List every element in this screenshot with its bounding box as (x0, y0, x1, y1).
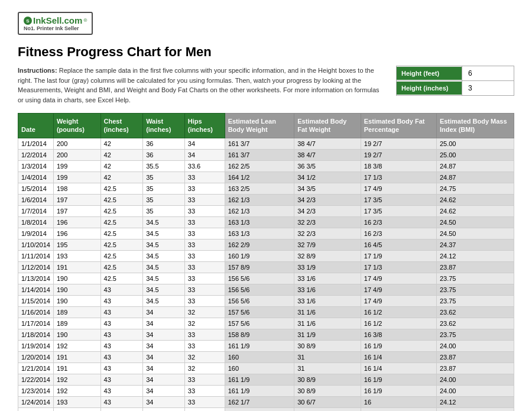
table-cell: 34 (184, 149, 225, 160)
table-cell: 42.5 (100, 194, 143, 205)
table-cell: 43 (100, 329, 143, 340)
table-cell: 32 (184, 306, 225, 318)
table-row: 1/9/201419642.534.533163 1/332 2/316 2/3… (18, 228, 514, 239)
table-cell: 1/3/2014 (18, 160, 54, 171)
table-cell: 43 (100, 318, 143, 329)
table-cell: 16 1/4 (361, 363, 436, 374)
table-cell: 1/15/2014 (18, 295, 54, 306)
table-cell: 34 1/2 (294, 171, 361, 183)
table-cell: 1/20/2014 (18, 351, 54, 363)
page-title: Fitness Progress Chart for Men (18, 44, 514, 60)
table-cell: 19 2/7 (361, 138, 436, 149)
table-cell: 35 (143, 183, 185, 194)
table-cell: 30 6/7 (294, 407, 361, 411)
table-cell: 30 8/9 (294, 385, 361, 396)
table-cell: 33 (184, 261, 225, 273)
table-cell: 34 3/5 (294, 183, 361, 194)
table-cell: 23.62 (436, 318, 514, 329)
table-cell: 16 3/8 (361, 329, 436, 340)
table-cell: 16 1/4 (361, 351, 436, 363)
table-cell: 199 (53, 160, 100, 171)
table-cell: 42 (100, 171, 143, 183)
height-feet-value[interactable]: 6 (462, 66, 514, 80)
table-cell: 157 5/6 (225, 306, 294, 318)
table-cell: 33 (184, 340, 225, 351)
table-row: 1/4/2014199423533164 1/234 1/217 1/324.8… (18, 171, 514, 183)
table-cell: 200 (53, 149, 100, 160)
table-cell: 190 (53, 329, 100, 340)
table-cell: 162 2/9 (225, 239, 294, 250)
table-cell: 43 (100, 363, 143, 374)
instructions-text: Replace the sample data in the first fiv… (18, 67, 379, 103)
table-cell: 34 (143, 396, 185, 407)
table-cell: 31 1/6 (294, 318, 361, 329)
table-cell: 162 1/7 (225, 407, 294, 411)
logo-icon: S (24, 17, 32, 25)
table-cell: 16 1/9 (361, 340, 436, 351)
table-cell: 1/18/2014 (18, 329, 54, 340)
table-cell: 34.5 (143, 261, 185, 273)
table-cell: 1/19/2014 (18, 340, 54, 351)
table-cell: 193 (53, 407, 100, 411)
table-cell: 161 3/7 (225, 138, 294, 149)
table-cell: 24.50 (436, 228, 514, 239)
height-inches-value[interactable]: 3 (462, 81, 514, 95)
table-cell: 17 4/9 (361, 295, 436, 306)
table-cell: 33 (184, 205, 225, 216)
table-cell: 1/17/2014 (18, 318, 54, 329)
logo-top: S InkSell.com® (24, 15, 87, 25)
table-row: 1/24/2014193433433162 1/730 6/71624.12 (18, 396, 514, 407)
table-cell: 1/24/2014 (18, 396, 54, 407)
table-row: 1/15/20141904334.533156 5/633 1/617 4/92… (18, 295, 514, 306)
table-row: 1/17/2014189433432157 5/631 1/616 1/223.… (18, 318, 514, 329)
table-cell: 34.5 (143, 284, 185, 295)
table-cell: 43 (100, 396, 143, 407)
table-cell: 42.5 (100, 183, 143, 194)
table-cell: 32 2/3 (294, 228, 361, 239)
table-cell: 1/10/2014 (18, 239, 54, 250)
table-cell: 33 (184, 171, 225, 183)
table-cell: 190 (53, 273, 100, 284)
table-cell: 1/9/2014 (18, 228, 54, 239)
table-cell: 16 4/5 (361, 239, 436, 250)
table-body: 1/1/2014200423634161 3/738 4/719 2/725.0… (18, 138, 514, 411)
table-row: 1/25/2014193433433162 1/730 6/71624.12 (18, 407, 514, 411)
table-cell: 16 1/9 (361, 385, 436, 396)
table-cell: 16 2/3 (361, 216, 436, 228)
table-row: 1/8/201419642.534.533163 1/332 2/316 2/3… (18, 216, 514, 228)
table-cell: 1/6/2014 (18, 194, 54, 205)
table-cell: 158 8/9 (225, 329, 294, 340)
table-row: 1/1/2014200423634161 3/738 4/719 2/725.0… (18, 138, 514, 149)
table-cell: 23.87 (436, 261, 514, 273)
table-cell: 33 (184, 385, 225, 396)
table-cell: 189 (53, 318, 100, 329)
table-cell: 42.5 (100, 273, 143, 284)
table-cell: 34 (143, 340, 185, 351)
table-cell: 31 1/6 (294, 306, 361, 318)
table-row: 1/2/2014200423634161 3/738 4/719 2/725.0… (18, 149, 514, 160)
table-cell: 1/13/2014 (18, 273, 54, 284)
table-cell: 24.00 (436, 374, 514, 385)
table-cell: 17 1/3 (361, 261, 436, 273)
table-cell: 16 (361, 407, 436, 411)
table-row: 1/13/201419042.534.533156 5/633 1/617 4/… (18, 273, 514, 284)
table-cell: 16 1/2 (361, 318, 436, 329)
table-cell: 32 7/9 (294, 239, 361, 250)
table-cell: 16 (361, 396, 436, 407)
table-cell: 33 (184, 183, 225, 194)
table-cell: 17 3/5 (361, 194, 436, 205)
col-fat-weight: Estimated Body Fat Weight (294, 114, 361, 138)
table-cell: 43 (100, 340, 143, 351)
table-cell: 42 (100, 138, 143, 149)
table-cell: 17 3/5 (361, 205, 436, 216)
table-cell: 23.75 (436, 295, 514, 306)
table-cell: 24.50 (436, 216, 514, 228)
table-cell: 17 4/9 (361, 183, 436, 194)
table-cell: 32 (184, 318, 225, 329)
table-cell: 33 (184, 374, 225, 385)
table-header: Date Weight (pounds) Chest (inches) Wais… (18, 114, 514, 138)
table-row: 1/16/2014189433432157 5/631 1/616 1/223.… (18, 306, 514, 318)
table-cell: 17 4/9 (361, 273, 436, 284)
table-cell: 18 3/8 (361, 160, 436, 171)
table-cell: 36 3/5 (294, 160, 361, 171)
